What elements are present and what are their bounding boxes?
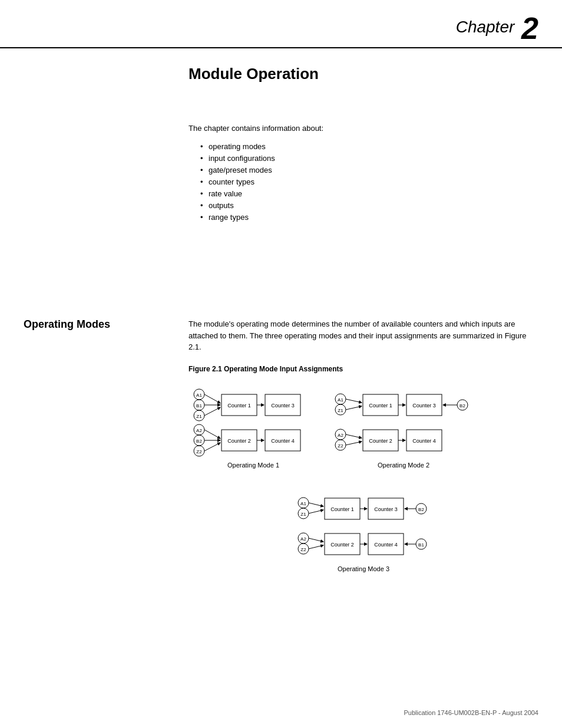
operating-mode-1-diagram: A1 B1 Z1 Counter 1 Counter 3 <box>189 383 318 469</box>
svg-text:A1: A1 <box>196 393 202 398</box>
svg-line-58 <box>309 510 323 513</box>
page-title: Module Operation <box>189 65 319 83</box>
bullet-item: gate/preset modes <box>200 166 538 174</box>
svg-line-32 <box>346 399 362 403</box>
svg-text:Z2: Z2 <box>338 443 343 449</box>
svg-text:A1: A1 <box>338 397 343 403</box>
bullet-item: outputs <box>200 201 538 210</box>
svg-text:Counter 2: Counter 2 <box>227 438 251 444</box>
svg-line-72 <box>309 545 323 549</box>
operating-modes-heading: Operating Modes <box>24 318 171 331</box>
svg-line-22 <box>204 443 220 451</box>
svg-line-57 <box>309 503 323 506</box>
svg-text:Z1: Z1 <box>300 512 306 517</box>
svg-text:Counter 4: Counter 4 <box>412 438 436 444</box>
svg-text:Counter 3: Counter 3 <box>412 403 436 409</box>
mode3-svg: A1 Z1 Counter 1 Counter 3 B2 A2 <box>293 486 434 563</box>
svg-line-20 <box>204 430 220 439</box>
intro-text: The chapter contains information about: <box>189 124 538 133</box>
bullet-item: rate value <box>200 189 538 198</box>
svg-text:Z2: Z2 <box>196 449 202 454</box>
mode1-svg: A1 B1 Z1 Counter 1 Counter 3 <box>189 383 318 459</box>
svg-text:Z1: Z1 <box>338 408 343 413</box>
svg-line-71 <box>309 538 323 542</box>
chapter-number: 2 <box>521 11 538 45</box>
operating-mode-2-diagram: A1 Z1 Counter 1 Counter 3 B2 <box>330 383 477 469</box>
mode1-label: Operating Mode 1 <box>189 462 318 469</box>
svg-text:Counter 2: Counter 2 <box>369 438 392 444</box>
chapter-header: Chapter 2 <box>456 11 538 46</box>
svg-text:B2: B2 <box>459 403 465 409</box>
svg-text:A1: A1 <box>300 501 306 506</box>
svg-text:Counter 3: Counter 3 <box>271 403 295 409</box>
operating-mode-3-diagram: A1 Z1 Counter 1 Counter 3 B2 A2 <box>293 486 434 572</box>
footer-publication: Publication 1746-UM002B-EN-P - August 20… <box>404 709 539 716</box>
chapter-label: Chapter <box>456 18 515 36</box>
svg-text:Counter 4: Counter 4 <box>374 542 398 548</box>
bullet-list: operating modes input configurations gat… <box>200 142 538 222</box>
svg-text:A2: A2 <box>338 433 343 438</box>
svg-line-46 <box>346 434 362 438</box>
header-rule <box>0 47 562 48</box>
bullet-item: operating modes <box>200 142 538 151</box>
svg-text:Counter 4: Counter 4 <box>271 438 295 444</box>
svg-text:Z2: Z2 <box>300 547 306 552</box>
operating-modes-body: The module's operating mode determines t… <box>189 318 538 353</box>
svg-line-47 <box>346 442 362 445</box>
svg-line-33 <box>346 406 362 410</box>
mode3-label: Operating Mode 3 <box>293 565 434 572</box>
svg-text:Counter 3: Counter 3 <box>374 506 398 512</box>
bullet-item: counter types <box>200 177 538 186</box>
svg-text:A2: A2 <box>196 428 202 433</box>
mode2-svg: A1 Z1 Counter 1 Counter 3 B2 <box>330 383 477 459</box>
svg-text:B2: B2 <box>196 439 202 444</box>
svg-text:Counter 1: Counter 1 <box>369 403 392 409</box>
mode2-label: Operating Mode 2 <box>330 462 477 469</box>
bullet-item: range types <box>200 213 538 222</box>
svg-line-6 <box>204 394 220 403</box>
bullet-item: input configurations <box>200 154 538 163</box>
svg-text:B2: B2 <box>418 507 424 512</box>
svg-text:B1: B1 <box>196 403 202 409</box>
svg-text:A2: A2 <box>300 536 306 542</box>
svg-line-8 <box>204 407 220 416</box>
svg-text:Counter 1: Counter 1 <box>330 506 354 512</box>
svg-text:Z1: Z1 <box>196 414 202 419</box>
figure-title: Figure 2.1 Operating Mode Input Assignme… <box>189 365 538 373</box>
svg-text:B1: B1 <box>418 542 424 548</box>
svg-text:Counter 2: Counter 2 <box>330 542 354 548</box>
svg-text:Counter 1: Counter 1 <box>227 403 251 409</box>
